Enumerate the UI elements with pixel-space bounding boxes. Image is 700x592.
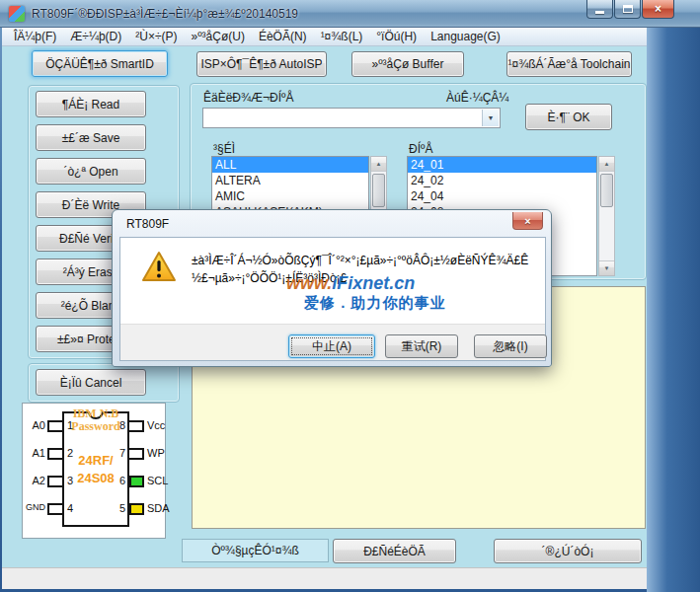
warning-dialog: RT809F × ±à³ÌÆ÷Î´Á¬½Ó»òÕßÇý¶¯Î´°²×°¡£µã»… [112, 209, 552, 367]
scroll-thumb[interactable] [372, 174, 385, 207]
ignore-button[interactable]: 忽略(I) [474, 334, 547, 358]
app-window: RT809F´®ÐÐISP±à³ÌÆ÷£¬Èí¼þ°æ±¾£º20140519 … [0, 0, 700, 592]
serial-print-button[interactable]: ´®¿Ú´òÓ¡ [494, 539, 642, 563]
minimize-button[interactable] [586, 0, 613, 19]
list-item[interactable]: AMIC [212, 188, 368, 204]
chip-input-label: ÊäÈëÐ¾Æ¬ÐÍºÅ [203, 91, 293, 105]
menu-operation[interactable]: ²Ù×÷(P) [128, 29, 184, 44]
warning-icon [140, 250, 178, 283]
buffer-button[interactable]: »º³åÇø Buffer [351, 51, 464, 77]
menu-file[interactable]: ÎÄ¼þ(F) [7, 29, 63, 44]
autoisp-button[interactable]: ISP×Ô¶¯Ê¶±ð AutoISP [196, 51, 327, 77]
model-label: ÐÍºÅ [409, 142, 432, 156]
close-icon: × [655, 3, 661, 15]
watermark-url-suffix: iFixnet.cn [332, 273, 415, 293]
pin-6-shape-scl-green [129, 476, 144, 487]
pin-label-sda: SDA [147, 502, 170, 514]
menu-tools[interactable]: ¹¤¾ß(L) [314, 29, 370, 44]
dialog-message-line1: ±à³ÌÆ÷Î´Á¬½Ó»òÕßÇý¶¯Î´°²×°¡£µã»÷¡°ºöÂÔ¡±… [192, 252, 539, 269]
list-item[interactable]: ALTERA [212, 173, 368, 188]
verify-settings-button[interactable]: Ð£ÑéÉèÖÃ [333, 539, 456, 563]
pin-label-a1: A1 [25, 447, 45, 459]
window-title: RT809F´®ÐÐISP±à³ÌÆ÷£¬Èí¼þ°æ±¾£º20140519 [32, 7, 298, 21]
scroll-thumb[interactable] [600, 174, 613, 207]
pin-label-gnd: GND [23, 502, 45, 512]
pin-number-6: 6 [116, 475, 125, 486]
pin-number-4: 4 [67, 502, 73, 514]
close-icon: × [524, 215, 530, 227]
save-button[interactable]: ±£´æ Save [36, 124, 146, 151]
watermark-url: www.iFixnet.cn [286, 273, 415, 294]
pin-number-5: 5 [116, 502, 125, 514]
cancel-button[interactable]: È¡Ïû Cancel [36, 369, 146, 396]
pin-1-shape [47, 420, 62, 432]
menu-device[interactable]: Æ÷¼þ(D) [63, 29, 128, 44]
window-frame-right [647, 28, 700, 592]
close-button[interactable]: × [642, 0, 674, 19]
watermark-url-prefix: www. [286, 273, 332, 293]
read-button[interactable]: ¶ÁÈ¡ Read [36, 91, 146, 117]
pin-number-1: 1 [67, 419, 73, 431]
menubar: ÎÄ¼þ(F) Æ÷¼þ(D) ²Ù×÷(P) »º³åÇø(U) ÉèÖÃ(N… [2, 28, 647, 46]
ok-button[interactable]: È·¶¨ OK [525, 104, 612, 130]
pin-5-shape-sda-yellow [129, 503, 144, 515]
app-icon [9, 6, 25, 22]
retry-button[interactable]: 重试(R) [385, 334, 458, 358]
pin-label-a2: A2 [25, 475, 45, 486]
chevron-down-icon[interactable]: ▼ [482, 110, 499, 126]
watermark-slogan: 爱修 . 助力你的事业 [304, 294, 446, 313]
list-item[interactable]: 24_02 [408, 173, 596, 188]
pin-label-wp: WP [147, 447, 165, 459]
pin-number-7: 7 [116, 447, 125, 459]
menu-help[interactable]: °ïÖú(H) [369, 29, 424, 44]
menu-language[interactable]: Language(G) [424, 29, 507, 44]
list-item[interactable]: 24_04 [408, 188, 596, 204]
window-controls: × [586, 0, 675, 19]
list-item[interactable]: ALL [212, 157, 368, 173]
scroll-down-icon[interactable]: ▼ [599, 260, 614, 275]
dialog-title: RT809F [126, 217, 169, 231]
pin-number-8: 8 [116, 419, 125, 431]
pin-3-shape [47, 476, 62, 487]
history-label: ÀúÊ·¼ÇÂ¼ [446, 91, 508, 105]
pin-4-shape [47, 503, 62, 515]
pin-label-a0: A0 [25, 419, 45, 431]
chip-model-combobox[interactable]: ▼ [202, 108, 501, 128]
status-bar [2, 567, 647, 589]
pin-number-3: 3 [67, 475, 73, 486]
manufacturer-label: ³§ÉÌ [213, 142, 235, 156]
list-item[interactable]: 24_01 [408, 157, 596, 173]
minimize-icon [595, 11, 604, 14]
scroll-up-icon[interactable]: ▲ [599, 157, 614, 172]
open-button[interactable]: ´ò¿ª Open [36, 158, 146, 185]
titlebar[interactable]: RT809F´®ÐÐISP±à³ÌÆ÷£¬Èí¼þ°æ±¾£º20140519 … [0, 0, 700, 28]
maximize-icon [623, 5, 633, 13]
pin-2-shape [47, 448, 62, 460]
lcd-tv-tools-tab[interactable]: Òº¾§µçÊÓ¹¤¾ß [182, 539, 329, 562]
pin-label-vcc: Vcc [147, 419, 165, 431]
scroll-up-icon[interactable]: ▲ [371, 157, 386, 172]
chip-pinout-panel: IBM N.B Password 24RF/ 24S08 A0 A1 A2 GN… [22, 403, 166, 539]
toolchain-button[interactable]: ¹¤¾ßÁ´Ãæ°å Toolchain [506, 51, 632, 77]
pin-number-2: 2 [67, 447, 73, 459]
menu-settings[interactable]: ÉèÖÃ(N) [252, 29, 314, 44]
maximize-button[interactable] [614, 0, 641, 19]
pin-label-scl: SCL [147, 475, 168, 486]
model-scrollbar[interactable]: ▲ ▼ [598, 156, 615, 276]
dialog-body: ±à³ÌÆ÷Î´Á¬½Ó»òÕßÇý¶¯Î´°²×°¡£µã»÷¡°ºöÂÔ¡±… [119, 237, 546, 361]
pin-7-shape [129, 448, 144, 460]
pin-8-shape [129, 420, 144, 432]
abort-button[interactable]: 中止(A) [288, 334, 375, 358]
menu-buffer[interactable]: »º³åÇø(U) [185, 29, 252, 44]
smartid-button[interactable]: ÖÇÄÜÊ¶±ð SmartID [32, 50, 168, 77]
dialog-close-button[interactable]: × [512, 212, 543, 230]
